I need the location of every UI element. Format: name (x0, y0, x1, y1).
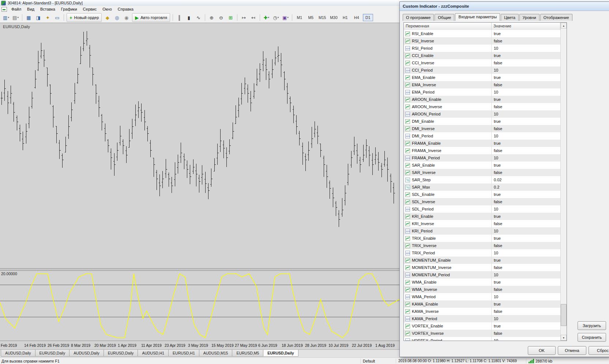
table-scrollbar[interactable]: ▲ ▼ (560, 23, 567, 341)
param-row[interactable]: 123DMI_Period10 (404, 132, 560, 140)
menu-item-3[interactable]: Графики (58, 6, 80, 12)
param-value[interactable]: 10 (492, 154, 560, 162)
cancel-button[interactable]: Отмена (558, 346, 586, 355)
param-row[interactable]: TRIX_Enabletrue (404, 235, 560, 242)
menu-item-6[interactable]: Справка (115, 6, 136, 12)
param-row[interactable]: 123MOMENTUM_Period10 (404, 271, 560, 278)
param-row[interactable]: ½SAR_Max0.2 (404, 183, 560, 191)
dialog-tab-4[interactable]: Уровни (519, 14, 540, 21)
param-row[interactable]: RSI_Enabletrue (404, 30, 560, 37)
param-row[interactable]: SAR_Enabletrue (404, 162, 560, 169)
chart-shift-icon[interactable]: ↤ (249, 13, 258, 22)
param-value[interactable]: 10 (492, 271, 560, 278)
scroll-thumb[interactable] (561, 304, 567, 326)
param-value[interactable]: 0.02 (492, 176, 560, 183)
new-chart-icon[interactable]: ▥▾ (1, 13, 11, 22)
param-value[interactable]: false (492, 59, 560, 67)
param-value[interactable]: false (492, 198, 560, 205)
param-value[interactable]: 10 (492, 315, 560, 322)
param-value[interactable]: true (492, 322, 560, 330)
dialog-tab-0[interactable]: О программе (403, 14, 434, 21)
param-value[interactable]: true (492, 52, 560, 59)
chart-tab-2[interactable]: AUDUSD,Daily (69, 350, 104, 357)
strategy-tester-icon[interactable]: ◎ (112, 13, 121, 22)
param-value[interactable]: false (492, 147, 560, 154)
dialog-tab-3[interactable]: Цвета (501, 14, 519, 21)
reset-button[interactable]: Сброс (589, 346, 609, 355)
param-value[interactable]: 10 (492, 293, 560, 300)
price-chart[interactable] (0, 23, 399, 268)
param-row[interactable]: VORTEX_Inversefalse (404, 330, 560, 337)
param-value[interactable]: 10 (492, 205, 560, 213)
param-value[interactable]: 10 (492, 88, 560, 96)
timeframe-d1-button[interactable]: D1 (363, 14, 373, 21)
chart-tab-0[interactable]: AUDUSD,Daily (1, 350, 35, 357)
param-value[interactable]: true (492, 300, 560, 308)
param-row[interactable]: 123TRIX_Period10 (404, 249, 560, 257)
param-value[interactable]: true (492, 213, 560, 220)
timeframe-m5-button[interactable]: M5 (306, 14, 316, 21)
param-row[interactable]: KAMA_Enabletrue (404, 300, 560, 308)
param-row[interactable]: DMI_Enabletrue (404, 118, 560, 125)
chart-tab-3[interactable]: EURUSD,Daily (104, 350, 138, 357)
param-row[interactable]: VORTEX_Enabletrue (404, 322, 560, 330)
param-row[interactable]: AROON_Enabletrue (404, 96, 560, 103)
param-row[interactable]: MOMENTUM_Enabletrue (404, 257, 560, 264)
dialog-tab-5[interactable]: Отображение (540, 14, 572, 21)
param-row[interactable]: AROON_Inversefalse (404, 103, 560, 110)
candlestick-style-icon[interactable]: ▮ (184, 13, 193, 22)
param-value[interactable]: 10 (492, 249, 560, 257)
column-header-variable[interactable]: Переменная (404, 23, 492, 30)
tile-windows-icon[interactable]: ⊞ (226, 13, 235, 22)
param-row[interactable]: CCI_Enabletrue (404, 52, 560, 59)
param-row[interactable]: TRIX_Inversefalse (404, 242, 560, 249)
save-button[interactable]: Сохранить (578, 333, 606, 342)
param-value[interactable]: 10 (492, 337, 560, 341)
zoom-in-icon[interactable]: ⊕ (207, 13, 216, 22)
param-value[interactable]: 10 (492, 67, 560, 74)
param-row[interactable]: 123VORTEX_Period10 (404, 337, 560, 341)
autotrade-button[interactable]: ▶Авто-торговля (132, 13, 170, 22)
param-value[interactable]: false (492, 125, 560, 132)
param-value[interactable]: 10 (492, 132, 560, 140)
profiles-icon[interactable]: ▤▾ (11, 13, 20, 22)
dialog-title-bar[interactable]: Custom Indicator - zzzComposite (400, 2, 609, 11)
param-row[interactable]: CCI_Inversefalse (404, 59, 560, 67)
data-window-icon[interactable]: ◨ (34, 13, 43, 22)
param-value[interactable]: false (492, 169, 560, 176)
bar-chart-style-icon[interactable]: ║ (175, 13, 184, 22)
chart-tab-6[interactable]: AUDUSD,M15 (199, 350, 233, 357)
param-row[interactable]: 123AROON_Period10 (404, 110, 560, 118)
param-row[interactable]: 123WMA_Period10 (404, 293, 560, 300)
param-value[interactable]: true (492, 191, 560, 198)
param-row[interactable]: KAMA_Inversefalse (404, 308, 560, 315)
param-value[interactable]: false (492, 37, 560, 45)
param-value[interactable]: true (492, 162, 560, 169)
timeframe-h1-button[interactable]: H1 (340, 14, 350, 21)
param-value[interactable]: true (492, 30, 560, 37)
param-row[interactable]: RSI_Inversefalse (404, 37, 560, 45)
param-row[interactable]: 123SDL_Period10 (404, 205, 560, 213)
param-row[interactable]: MOMENTUM_Inversefalse (404, 264, 560, 271)
param-value[interactable]: false (492, 81, 560, 88)
timeframe-m1-button[interactable]: M1 (294, 14, 305, 21)
chart-tab-7[interactable]: EURUSD,M5 (232, 350, 263, 357)
param-value[interactable]: true (492, 278, 560, 286)
indicator-chart[interactable] (0, 271, 399, 341)
param-value[interactable]: false (492, 242, 560, 249)
param-row[interactable]: KRI_Inversefalse (404, 220, 560, 227)
navigator-icon[interactable]: ✦ (43, 13, 52, 22)
indicators-icon[interactable]: ✚▾ (262, 13, 271, 22)
chart-tab-1[interactable]: EURUSD,Daily (35, 350, 70, 357)
param-value[interactable]: true (492, 257, 560, 264)
new-order-button[interactable]: +Новый ордер (67, 13, 102, 22)
line-chart-style-icon[interactable]: ∿ (194, 13, 203, 22)
param-row[interactable]: 123KAMA_Period10 (404, 315, 560, 322)
param-row[interactable]: SDL_Enabletrue (404, 191, 560, 198)
param-row[interactable]: FRAMA_Inversefalse (404, 147, 560, 154)
param-value[interactable]: 0.2 (492, 183, 560, 191)
ok-button[interactable]: OK (528, 346, 556, 355)
chart-window-icon[interactable] (1, 7, 7, 12)
dialog-tab-2[interactable]: Входные параметры (455, 13, 500, 21)
param-row[interactable]: 123EMA_Period10 (404, 88, 560, 96)
